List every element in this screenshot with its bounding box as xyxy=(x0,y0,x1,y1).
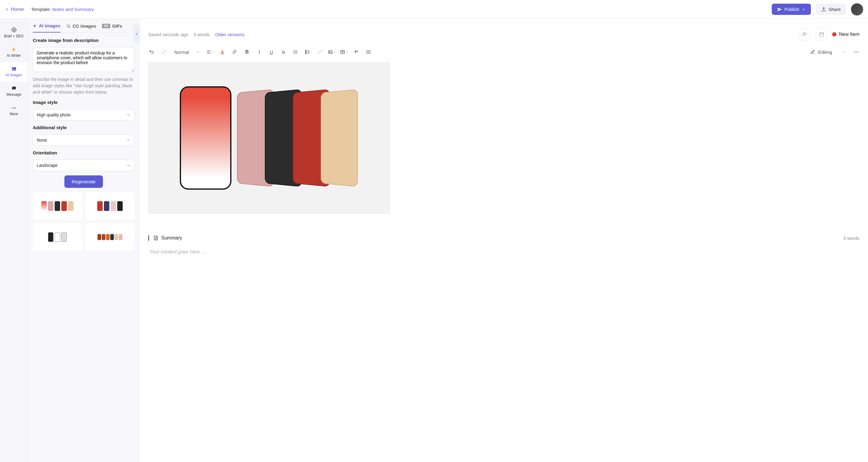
tab-gifs[interactable]: GIF GIFs xyxy=(102,23,122,32)
orientation-select[interactable]: Landscape xyxy=(33,160,134,171)
select-value: None xyxy=(37,138,47,143)
word-count: 0 words xyxy=(194,32,210,37)
editing-mode-select[interactable]: Editing xyxy=(807,48,849,57)
numbered-list-button[interactable]: 123 xyxy=(303,47,313,57)
chevron-down-icon xyxy=(196,50,200,54)
block-style-select[interactable]: Normal xyxy=(171,48,204,57)
topbar-right: Publish Share xyxy=(772,3,863,16)
case-preview xyxy=(110,234,114,240)
additional-style-select[interactable]: None xyxy=(33,134,134,146)
case-preview xyxy=(97,201,103,211)
select-value: High quality photo xyxy=(37,112,71,117)
generated-image[interactable] xyxy=(148,62,390,214)
user-plus-icon xyxy=(802,32,807,37)
svg-point-48 xyxy=(854,52,855,53)
publish-button[interactable]: Publish xyxy=(772,4,811,15)
regenerate-button[interactable]: Regenerate xyxy=(64,175,103,188)
nav-message[interactable]: Message xyxy=(0,82,28,101)
svg-rect-24 xyxy=(221,54,224,54)
undo-icon xyxy=(149,49,154,55)
thumbnail[interactable] xyxy=(33,192,82,220)
status-line: Saved seconds ago 0 words Older versions xyxy=(148,32,245,37)
target-icon xyxy=(11,27,17,33)
publish-label: Publish xyxy=(784,7,799,12)
hint-text: Describe the image in detail and then us… xyxy=(33,76,134,95)
gif-badge-icon: GIF xyxy=(102,24,110,28)
document-icon xyxy=(153,236,158,240)
template-name[interactable]: Notes and Summary xyxy=(52,7,94,12)
content-placeholder[interactable]: Your content goes here ... xyxy=(148,249,860,255)
tab-ai-images[interactable]: AI images xyxy=(33,23,60,32)
add-user-button[interactable] xyxy=(798,28,811,41)
summary-label: Summary xyxy=(161,235,182,241)
nav-brief-seo[interactable]: Brief + SEO xyxy=(0,23,28,42)
svg-point-9 xyxy=(13,108,14,109)
table-button[interactable] xyxy=(339,47,349,57)
tab-cc-images[interactable]: CC images xyxy=(66,23,96,32)
create-label: Create image from description xyxy=(33,38,134,43)
svg-point-1 xyxy=(13,29,14,31)
more-button[interactable] xyxy=(851,47,861,57)
bold-button[interactable]: B xyxy=(242,47,252,57)
underline-button[interactable]: U xyxy=(266,47,276,57)
home-label: Home xyxy=(11,7,24,12)
dots-icon xyxy=(11,105,17,111)
thumbnails xyxy=(33,192,134,251)
status-indicator[interactable]: New Item xyxy=(832,32,860,37)
dots-icon xyxy=(854,49,859,55)
case-preview xyxy=(41,201,47,211)
highlight-button[interactable] xyxy=(229,47,240,57)
svg-text:A: A xyxy=(221,50,224,54)
chevron-left-icon xyxy=(135,32,138,36)
avatar[interactable] xyxy=(851,3,863,16)
status-dot-icon xyxy=(832,32,836,36)
undo-button[interactable] xyxy=(146,47,157,57)
panel-body: Create image from description Describe t… xyxy=(28,33,140,462)
image-style-select[interactable]: High quality photo xyxy=(33,109,134,121)
upload-icon xyxy=(821,7,826,12)
image-button[interactable] xyxy=(327,47,337,57)
insert-button[interactable] xyxy=(363,47,374,57)
share-button[interactable]: Share xyxy=(816,4,846,15)
align-button[interactable] xyxy=(205,47,216,57)
older-versions-link[interactable]: Older versions xyxy=(215,32,245,37)
nav-label: More xyxy=(10,112,18,116)
collapse-panel-button[interactable] xyxy=(133,25,140,43)
main-header: Saved seconds ago 0 words Older versions… xyxy=(140,19,868,45)
bolt-icon xyxy=(11,47,17,52)
case-preview xyxy=(115,234,118,240)
nav-ai-images[interactable]: AI Images xyxy=(0,62,28,82)
share-label: Share xyxy=(829,7,841,12)
nav-more[interactable]: More xyxy=(0,101,28,120)
strikethrough-button[interactable]: S xyxy=(278,47,288,57)
thumbnail[interactable] xyxy=(33,223,82,251)
select-value: Landscape xyxy=(37,163,58,168)
thumbnail[interactable] xyxy=(85,192,135,220)
panel-tabs: AI images CC images GIF GIFs xyxy=(28,19,140,33)
summary-word-count: 0 words xyxy=(843,236,860,241)
nav-label: AI Writer xyxy=(7,54,21,58)
bullet-list-button[interactable] xyxy=(290,47,301,57)
summary-header[interactable]: Summary xyxy=(153,235,182,241)
redo-button[interactable] xyxy=(158,47,169,57)
phone-case-red xyxy=(180,86,231,190)
schedule-button[interactable] xyxy=(815,28,828,41)
link-button[interactable] xyxy=(315,47,325,57)
text-color-button[interactable]: A xyxy=(217,47,228,57)
home-link[interactable]: Home xyxy=(5,7,24,12)
additional-style-label: Additional style xyxy=(33,125,134,130)
chevron-down-icon xyxy=(126,113,131,117)
svg-text:T: T xyxy=(354,51,356,54)
italic-button[interactable]: I xyxy=(254,47,264,57)
clear-format-button[interactable]: T xyxy=(351,47,362,57)
bullet-list-icon xyxy=(293,50,298,54)
case-preview xyxy=(68,201,73,211)
orientation-label: Orientation xyxy=(33,150,134,155)
prompt-textarea[interactable] xyxy=(33,47,134,72)
send-icon xyxy=(777,7,782,12)
thumbnail[interactable] xyxy=(85,223,135,251)
case-preview xyxy=(106,234,110,240)
template-label: Template: xyxy=(31,7,51,12)
chevron-down-icon xyxy=(211,51,214,54)
nav-ai-writer[interactable]: AI Writer xyxy=(0,42,28,62)
